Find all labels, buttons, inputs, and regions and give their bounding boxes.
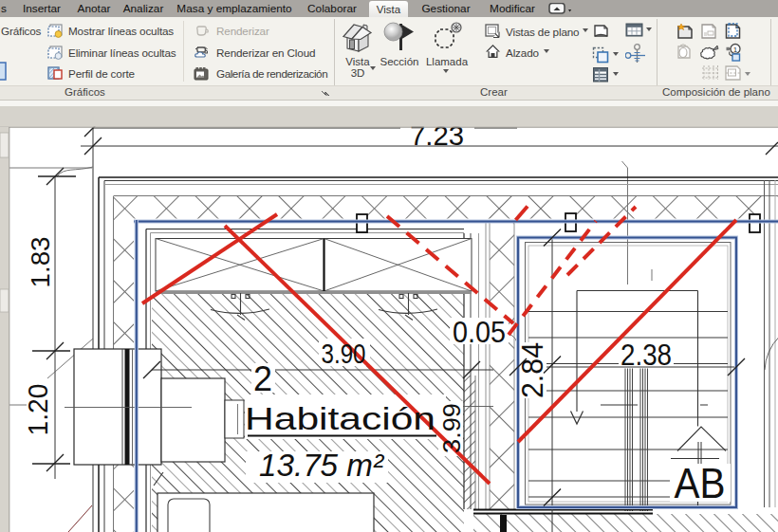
svg-text:2: 2	[253, 359, 272, 398]
svg-text:0.05: 0.05	[453, 316, 506, 349]
svg-text:3.90: 3.90	[322, 338, 366, 369]
svg-text:1.83: 1.83	[26, 237, 55, 288]
svg-text:13.75 m²: 13.75 m²	[259, 448, 384, 483]
svg-text:3.99: 3.99	[437, 403, 466, 453]
svg-text:1.20: 1.20	[23, 384, 53, 436]
svg-text:AB: AB	[675, 460, 726, 506]
svg-text:2.84: 2.84	[516, 342, 549, 398]
svg-text:2.38: 2.38	[621, 338, 672, 372]
svg-text:1: 1	[733, 46, 738, 54]
svg-text:Habitación: Habitación	[245, 400, 435, 436]
